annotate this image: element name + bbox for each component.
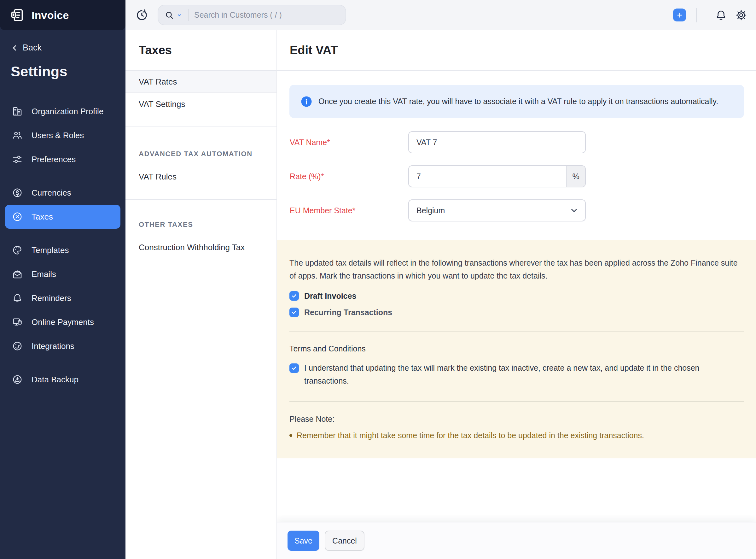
sidebar-item-data-backup[interactable]: Data Backup	[5, 367, 120, 392]
section-header-other-taxes: OTHER TAXES	[125, 200, 277, 236]
sidebar-item-label: Online Payments	[31, 317, 94, 327]
cream-divider	[289, 331, 744, 332]
tax-nav-vat-settings[interactable]: VAT Settings	[125, 93, 277, 115]
tax-nav-vat-rates[interactable]: VAT Rates	[125, 71, 277, 93]
terms-heading: Terms and Conditions	[289, 344, 744, 353]
app-name: Invoice	[31, 9, 69, 21]
sidebar-item-label: Data Backup	[31, 375, 78, 384]
back-button[interactable]: Back	[0, 30, 125, 53]
search-icon	[165, 10, 174, 20]
sidebar-item-label: Currencies	[31, 188, 71, 198]
eu-member-state-label: EU Member State*	[290, 206, 408, 215]
sidebar-item-label: Taxes	[31, 212, 53, 222]
eu-member-state-row: EU Member State* Belgium	[290, 199, 756, 221]
sidebar-item-integrations[interactable]: Integrations	[5, 334, 120, 358]
terms-checkbox[interactable]	[289, 363, 299, 373]
search-divider	[188, 9, 189, 21]
bullet-dot	[289, 434, 292, 437]
tax-nav-label: VAT Rules	[139, 172, 176, 182]
check-icon	[291, 293, 297, 299]
notifications-button[interactable]	[715, 9, 727, 21]
gear-icon	[735, 9, 747, 21]
sidebar-item-label: Organization Profile	[31, 107, 103, 116]
quick-create-button[interactable]	[673, 8, 686, 21]
recurring-transactions-checkbox[interactable]	[289, 308, 299, 317]
taxes-panel: Taxes VAT Rates VAT Settings ADVANCED TA…	[125, 30, 277, 559]
sidebar-title: Settings	[0, 53, 125, 80]
note-bullet-text: Remember that it might take some time fo…	[297, 430, 644, 441]
settings-nav: Organization Profile Users & Roles Prefe…	[0, 99, 125, 392]
draft-invoices-label: Draft Invoices	[304, 291, 356, 300]
note-bullet-row: Remember that it might take some time fo…	[289, 430, 744, 441]
sidebar-item-reminders[interactable]: Reminders	[5, 286, 120, 310]
sliders-icon	[12, 154, 23, 165]
tax-nav-construction-withholding-tax[interactable]: Construction Withholding Tax	[125, 236, 277, 259]
tax-nav-label: VAT Settings	[139, 99, 185, 109]
check-icon	[291, 309, 297, 315]
back-label: Back	[23, 43, 42, 53]
settings-button[interactable]	[735, 9, 747, 21]
plus-icon	[676, 12, 683, 19]
sidebar-item-emails[interactable]: Emails	[5, 262, 120, 286]
eu-member-state-select[interactable]: Belgium	[408, 199, 586, 221]
invoice-logo-icon	[10, 8, 25, 22]
percent-suffix: %	[566, 166, 585, 187]
search-input[interactable]	[194, 10, 342, 20]
sidebar-item-currencies[interactable]: Currencies	[5, 181, 120, 205]
recurring-transactions-row: Recurring Transactions	[289, 308, 744, 317]
sidebar-item-users-roles[interactable]: Users & Roles	[5, 124, 120, 147]
sidebar-item-label: Reminders	[31, 293, 71, 303]
vat-name-row: VAT Name*	[290, 131, 756, 153]
edit-vat-page: Edit VAT Once you create this VAT rate, …	[277, 30, 756, 559]
chevron-left-icon	[11, 44, 18, 51]
update-transactions-section: The updated tax details will reflect in …	[277, 240, 756, 459]
selected-value: Belgium	[417, 206, 445, 215]
sidebar-item-templates[interactable]: Templates	[5, 238, 120, 262]
palette-icon	[12, 245, 23, 255]
taxes-panel-header: Taxes	[125, 30, 277, 71]
search-scope-chevron-icon[interactable]	[176, 12, 182, 18]
vat-name-label: VAT Name*	[290, 138, 408, 147]
topbar	[125, 0, 756, 30]
terms-row: I understand that updating the tax will …	[289, 363, 744, 387]
tax-nav-label: VAT Rates	[139, 77, 177, 87]
history-button[interactable]	[136, 9, 148, 21]
section-header-advanced-tax-automation: ADVANCED TAX AUTOMATION	[125, 127, 277, 165]
bell-icon	[715, 9, 727, 21]
recurring-transactions-label: Recurring Transactions	[304, 308, 392, 317]
sidebar-item-taxes[interactable]: Taxes	[5, 205, 120, 229]
update-note-text: The updated tax details will reflect in …	[289, 256, 740, 282]
app-logo[interactable]: Invoice	[0, 0, 125, 30]
terms-text: I understand that updating the tax will …	[304, 361, 724, 387]
cream-divider	[289, 401, 744, 402]
rate-row: Rate (%)* %	[290, 165, 756, 187]
rate-input[interactable]	[408, 165, 586, 187]
building-icon	[12, 106, 23, 117]
check-icon	[291, 365, 297, 371]
topbar-divider	[696, 8, 697, 22]
global-search	[158, 5, 346, 25]
vat-name-input[interactable]	[408, 131, 586, 153]
save-button[interactable]: Save	[287, 531, 320, 551]
percent-icon	[12, 211, 23, 222]
sidebar-item-label: Integrations	[31, 341, 74, 351]
history-icon	[136, 9, 148, 21]
sidebar-item-organization-profile[interactable]: Organization Profile	[5, 99, 120, 124]
draft-invoices-row: Draft Invoices	[289, 291, 744, 300]
tax-nav-label: Construction Withholding Tax	[139, 243, 245, 252]
envelope-icon	[12, 269, 23, 280]
tax-nav-vat-rules[interactable]: VAT Rules	[125, 165, 277, 188]
chevron-down-icon	[569, 206, 579, 215]
bell-icon	[12, 293, 23, 304]
sidebar-item-label: Users & Roles	[31, 131, 84, 140]
page-title: Edit VAT	[290, 44, 338, 57]
sidebar-item-preferences[interactable]: Preferences	[5, 147, 120, 171]
cancel-button[interactable]: Cancel	[325, 531, 364, 551]
download-circle-icon	[12, 374, 23, 385]
draft-invoices-checkbox[interactable]	[289, 291, 299, 300]
users-icon	[12, 130, 23, 141]
page-header: Edit VAT	[277, 30, 756, 71]
currency-icon	[12, 187, 23, 198]
sidebar-item-label: Templates	[31, 245, 69, 255]
sidebar-item-online-payments[interactable]: Online Payments	[5, 310, 120, 334]
